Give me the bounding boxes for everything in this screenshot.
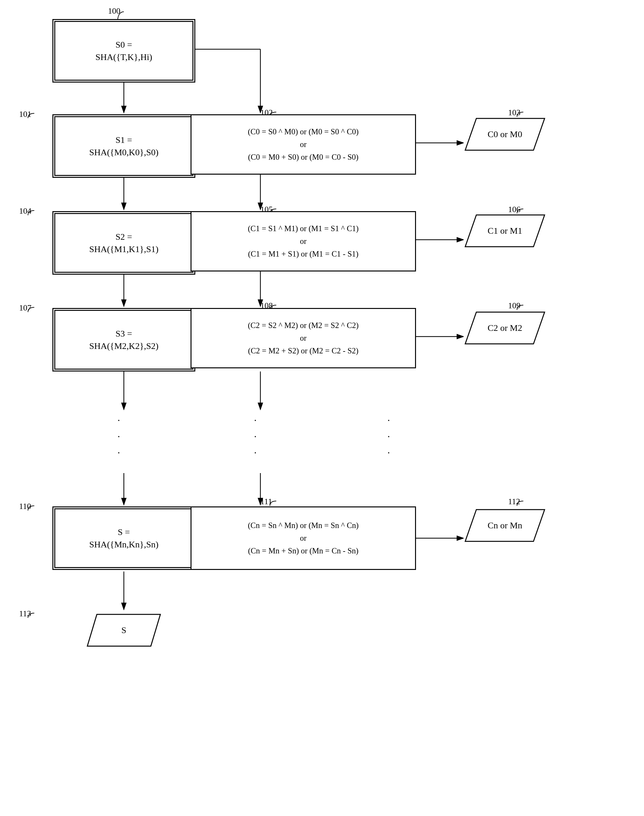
s3-label: S3 =SHA({M2,K2},S2) xyxy=(89,328,158,352)
cnmn-label: Cn or Mn xyxy=(488,521,522,531)
sn-box: S =SHA({Mn,Kn},Sn) xyxy=(52,507,195,570)
dots-right: ... xyxy=(387,410,391,458)
s2-box: S2 =SHA({M1,K1},S1) xyxy=(52,211,195,275)
ref-101: 101 xyxy=(19,110,31,119)
cnmn-parallelogram: Cn or Mn xyxy=(464,508,546,543)
ref-110: 110 xyxy=(19,502,31,511)
s0-box: S0 =SHA({T,K},Hi) xyxy=(52,19,195,83)
ref-113: 113 xyxy=(19,609,31,619)
s0-label: S0 =SHA({T,K},Hi) xyxy=(96,38,152,63)
ref-112: 112 xyxy=(508,497,520,507)
op2-box: (C2 = S2 ^ M2) or (M2 = S2 ^ C2)or(C2 = … xyxy=(190,308,416,368)
s-parallelogram: S xyxy=(86,613,162,648)
c0m0-label: C0 or M0 xyxy=(488,129,522,139)
c0m0-parallelogram: C0 or M0 xyxy=(464,117,546,152)
s2-label: S2 =SHA({M1,K1},S1) xyxy=(89,231,158,255)
s1-label: S1 =SHA({M0,K0},S0) xyxy=(89,134,158,158)
c1m1-label: C1 or M1 xyxy=(488,226,522,236)
op0-box: (C0 = S0 ^ M0) or (M0 = S0 ^ C0)or(C0 = … xyxy=(190,114,416,175)
s-label: S xyxy=(121,625,126,635)
ref-109: 109 xyxy=(508,301,520,311)
c2m2-label: C2 or M2 xyxy=(488,323,522,333)
c1m1-parallelogram: C1 or M1 xyxy=(464,213,546,248)
op1-box: (C1 = S1 ^ M1) or (M1 = S1 ^ C1)or(C1 = … xyxy=(190,211,416,271)
s1-box: S1 =SHA({M0,K0},S0) xyxy=(52,114,195,178)
c2m2-parallelogram: C2 or M2 xyxy=(464,311,546,346)
opn-box: (Cn = Sn ^ Mn) or (Mn = Sn ^ Cn)or(Cn = … xyxy=(190,507,416,570)
ref-100: 100 xyxy=(108,6,120,16)
ref-111: 111 xyxy=(261,497,272,507)
ref-104: 104 xyxy=(19,207,31,216)
diagram-container: 100 S0 =SHA({T,K},Hi) 101 S1 =SHA({M0,K0… xyxy=(0,0,644,816)
ref-103: 103 xyxy=(508,108,520,118)
s3-box: S3 =SHA({M2,K2},S2) xyxy=(52,308,195,372)
dots-left: ... xyxy=(118,410,121,458)
ref-106: 106 xyxy=(508,205,520,214)
dots-middle: ... xyxy=(254,410,258,458)
ref-107: 107 xyxy=(19,303,31,313)
sn-label: S =SHA({Mn,Kn},Sn) xyxy=(89,526,158,551)
